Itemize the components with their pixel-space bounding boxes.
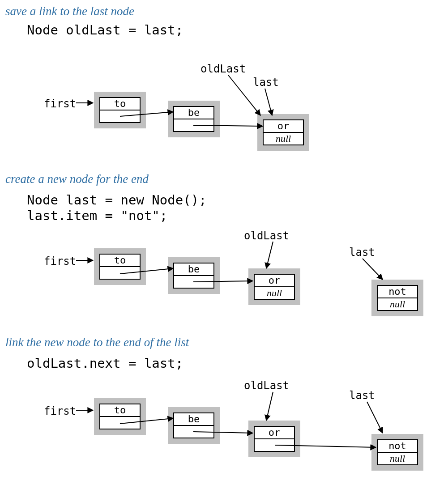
step3-code-line1: oldLast.next = last; bbox=[27, 356, 183, 371]
step1-label-first: first bbox=[44, 98, 76, 110]
node-item: to bbox=[100, 255, 140, 266]
node-next bbox=[174, 425, 213, 438]
node-next bbox=[174, 275, 213, 288]
node-next: null bbox=[378, 452, 417, 464]
step3-title: link the new node to the end of the list bbox=[5, 336, 189, 349]
node-next: null bbox=[255, 286, 294, 299]
arrow-last-1 bbox=[265, 89, 272, 115]
arrow-last-2 bbox=[363, 259, 383, 280]
step1-label-oldLast: oldLast bbox=[201, 63, 246, 75]
step2-node-3: or null bbox=[248, 268, 300, 305]
node-item: be bbox=[174, 107, 213, 119]
node-item: not bbox=[378, 286, 417, 298]
step1-label-last: last bbox=[253, 76, 279, 89]
node-next bbox=[100, 110, 140, 122]
node-item: be bbox=[174, 413, 213, 425]
node-item: or bbox=[255, 275, 294, 286]
step3-node-2: be bbox=[168, 407, 220, 444]
node-item: to bbox=[100, 404, 140, 416]
node-next: null bbox=[264, 132, 303, 144]
step3-node-3: or bbox=[248, 421, 300, 457]
step1-node-1: to bbox=[94, 92, 146, 128]
step3-label-oldLast: oldLast bbox=[244, 379, 289, 392]
step3-label-last: last bbox=[349, 389, 375, 402]
node-next bbox=[174, 119, 213, 131]
step3-node-1: to bbox=[94, 398, 146, 435]
step3-node-4: not null bbox=[371, 434, 423, 471]
step1-node-2: be bbox=[168, 101, 220, 137]
step2-node-2: be bbox=[168, 257, 220, 294]
step1-node-3: or null bbox=[257, 114, 309, 151]
step3-label-first: first bbox=[44, 405, 76, 417]
node-item: be bbox=[174, 264, 213, 275]
node-next: null bbox=[378, 298, 417, 310]
step2-node-1: to bbox=[94, 248, 146, 285]
arrow-last-3 bbox=[367, 402, 383, 433]
step1-title: save a link to the last node bbox=[5, 4, 134, 18]
node-item: not bbox=[378, 440, 417, 452]
step2-node-4: not null bbox=[371, 280, 423, 316]
step1-code-line1: Node oldLast = last; bbox=[27, 22, 183, 38]
node-item: to bbox=[100, 98, 140, 110]
node-item: or bbox=[264, 120, 303, 132]
node-next bbox=[100, 416, 140, 429]
node-next bbox=[255, 438, 294, 451]
arrow-oldLast-3 bbox=[266, 392, 273, 421]
step2-label-first: first bbox=[44, 255, 76, 268]
step2-label-oldLast: oldLast bbox=[244, 230, 289, 242]
step2-code-line1: Node last = new Node(); bbox=[27, 192, 207, 208]
arrow-oldLast-2 bbox=[266, 242, 273, 268]
step2-label-last: last bbox=[349, 246, 375, 259]
step2-code-line2: last.item = "not"; bbox=[27, 208, 167, 223]
node-next bbox=[100, 266, 140, 279]
step2-title: create a new node for the end bbox=[5, 172, 149, 186]
node-item: or bbox=[255, 427, 294, 438]
